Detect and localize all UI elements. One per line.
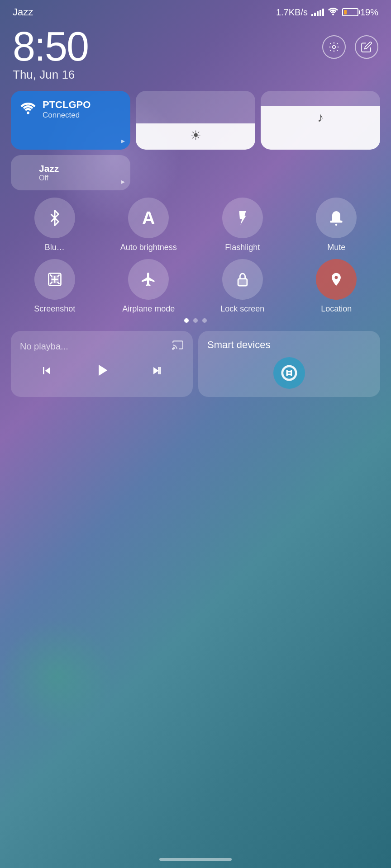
svg-point-0 <box>332 14 334 15</box>
airplane-mode-label: Airplane mode <box>122 304 175 314</box>
media-top-bar: No playba... <box>20 339 184 354</box>
screenshot-tile[interactable]: Screenshot <box>11 259 99 314</box>
clock-area: 8:50 Thu, Jun 16 <box>0 22 391 86</box>
screenshot-circle <box>34 259 75 300</box>
flashlight-tile[interactable]: Flashlight <box>199 198 286 253</box>
dot-2 <box>193 318 198 323</box>
wifi-connection-status: Connected <box>43 111 91 120</box>
signal-icon <box>311 8 324 16</box>
battery-icon <box>342 8 358 16</box>
auto-brightness-circle: A <box>128 198 169 238</box>
svg-point-1 <box>333 46 336 49</box>
media-controls <box>20 361 184 384</box>
auto-brightness-label: Auto brightness <box>120 243 177 253</box>
flashlight-label: Flashlight <box>225 243 260 253</box>
data-transfer-icon <box>20 165 33 181</box>
data-status: Off <box>39 174 59 182</box>
wifi-expand-arrow: ▸ <box>121 137 125 145</box>
svg-rect-8 <box>238 278 247 286</box>
battery-fill <box>344 10 347 14</box>
battery-indicator: 19% <box>342 7 378 18</box>
prev-track-button[interactable] <box>39 363 54 381</box>
lock-screen-tile[interactable]: Lock screen <box>199 259 286 314</box>
dot-3 <box>202 318 207 323</box>
svg-rect-7 <box>51 276 58 283</box>
svg-point-2 <box>27 111 29 114</box>
auto-brightness-icon: A <box>142 208 155 228</box>
bottom-tiles: No playba... <box>11 331 380 397</box>
mobile-data-tile[interactable]: Jazz Off ▸ <box>11 155 130 190</box>
location-label: Location <box>321 304 352 314</box>
location-circle <box>316 259 357 300</box>
media-player-tile[interactable]: No playba... <box>11 331 193 397</box>
brightness-slider[interactable]: ☀ <box>136 91 255 150</box>
wifi-tile[interactable]: PTCLGPO Connected ▸ <box>11 91 130 150</box>
page-dots <box>11 318 380 323</box>
lock-circle <box>222 259 263 300</box>
battery-percent: 19% <box>360 7 378 18</box>
screenshot-label: Screenshot <box>34 304 75 314</box>
cast-icon[interactable] <box>172 339 184 354</box>
quick-tiles-row1: Blu… A Auto brightness Flashlight <box>11 198 380 253</box>
clock-date: Thu, Jun 16 <box>13 68 88 82</box>
flashlight-circle <box>222 198 263 238</box>
svg-point-3 <box>335 224 338 226</box>
carrier-label: Jazz <box>13 6 33 18</box>
mute-label: Mute <box>327 243 345 253</box>
wifi-icon <box>20 101 36 118</box>
settings-icon-button[interactable] <box>322 35 346 59</box>
home-indicator[interactable] <box>159 858 232 861</box>
play-button[interactable] <box>92 361 111 384</box>
network-speed: 1.7KB/s <box>276 7 308 18</box>
quick-tiles-row2: Screenshot Airplane mode Lock screen <box>11 259 380 314</box>
auto-brightness-tile[interactable]: A Auto brightness <box>105 198 193 253</box>
clock-icons <box>322 26 378 59</box>
smart-icon-area <box>207 357 371 389</box>
top-tiles-row: PTCLGPO Connected ▸ ☀ ♪ <box>11 91 380 150</box>
brightness-fill: ☀ <box>136 123 255 150</box>
airplane-circle <box>128 259 169 300</box>
volume-slider[interactable]: ♪ <box>261 91 380 150</box>
brightness-icon: ☀ <box>190 128 201 143</box>
smart-devices-tile[interactable]: Smart devices <box>198 331 380 397</box>
clock-time: 8:50 <box>13 26 88 67</box>
lock-screen-label: Lock screen <box>220 304 264 314</box>
location-tile[interactable]: Location <box>293 259 381 314</box>
dot-1 <box>184 318 189 323</box>
status-bar: Jazz 1.7KB/s 19% <box>0 0 391 22</box>
svg-point-9 <box>172 349 173 349</box>
mute-tile[interactable]: Mute <box>293 198 381 253</box>
bluetooth-circle <box>34 198 75 238</box>
mijia-icon <box>273 357 305 389</box>
edit-icon-button[interactable] <box>355 35 378 59</box>
data-row: Jazz Off ▸ <box>11 155 380 190</box>
airplane-mode-tile[interactable]: Airplane mode <box>105 259 193 314</box>
volume-fill: ♪ <box>261 106 380 150</box>
data-expand-arrow: ▸ <box>121 177 125 186</box>
next-track-button[interactable] <box>150 363 164 381</box>
music-icon: ♪ <box>317 110 324 125</box>
smart-devices-title: Smart devices <box>207 339 270 351</box>
wifi-ssid: PTCLGPO <box>43 99 91 111</box>
control-center: PTCLGPO Connected ▸ ☀ ♪ <box>0 86 391 401</box>
carrier-name: Jazz <box>39 163 59 174</box>
bluetooth-label: Blu… <box>45 243 65 253</box>
now-playing-label: No playba... <box>20 341 68 352</box>
status-right: 1.7KB/s 19% <box>276 7 378 18</box>
clock-left: 8:50 Thu, Jun 16 <box>13 26 88 82</box>
bluetooth-tile[interactable]: Blu… <box>11 198 99 253</box>
wifi-status-icon <box>328 7 339 18</box>
mute-circle <box>316 198 357 238</box>
